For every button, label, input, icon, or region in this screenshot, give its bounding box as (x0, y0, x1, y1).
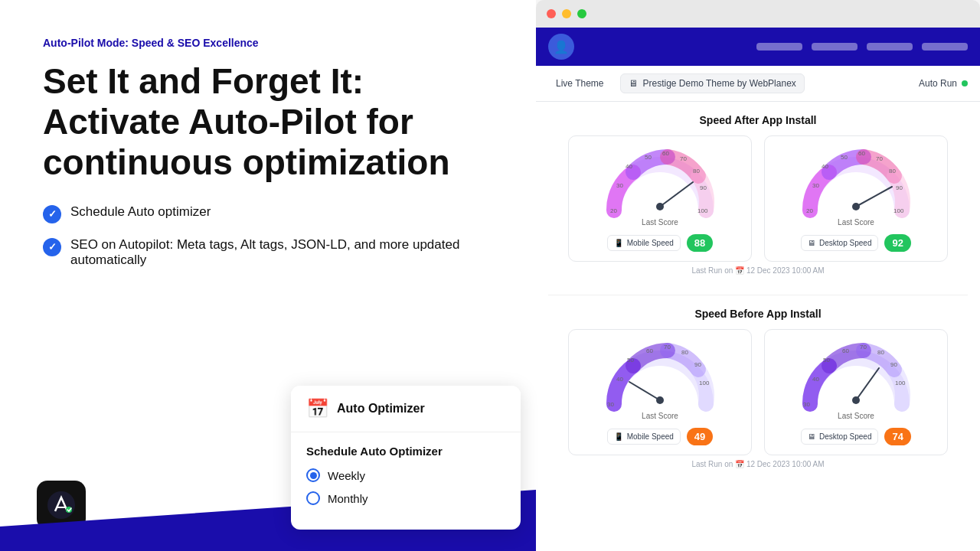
traffic-red[interactable] (547, 9, 556, 18)
svg-text:30: 30 (616, 182, 623, 189)
svg-text:40: 40 (626, 163, 632, 170)
radio-monthly[interactable]: Monthly (306, 491, 505, 505)
speed-after-gauges: 20 30 40 50 60 70 80 90 100 (551, 135, 965, 262)
svg-text:70: 70 (664, 344, 671, 350)
svg-line-32 (629, 382, 660, 400)
popup-card: 📅 Auto Optimizer Schedule Auto Optimizer… (291, 386, 521, 530)
desktop-icon: 🖥 (808, 239, 815, 247)
nav-bar-2 (812, 43, 858, 51)
speed-after-title: Speed After App Install (551, 114, 965, 126)
traffic-green-light[interactable] (577, 9, 586, 18)
nav-bar-3 (867, 43, 913, 51)
popup-header: 📅 Auto Optimizer (291, 386, 521, 432)
speed-before-title: Speed Before App Install (551, 308, 965, 320)
tab-bar: Live Theme 🖥 Prestige Demo Theme by WebP… (536, 66, 980, 102)
score-badge-mobile-before: 49 (687, 428, 713, 445)
popup-body: Schedule Auto Optimizer Weekly Monthly (291, 432, 521, 530)
speed-before-gauges: 30 40 50 60 70 80 90 100 (551, 329, 965, 455)
gauge-last-score-mobile-after: Last Score (642, 218, 678, 227)
last-run-after: Last Run on 📅 12 Dec 2023 10:00 AM (551, 262, 965, 282)
gauge-card-mobile-after: 20 30 40 50 60 70 80 90 100 (568, 135, 752, 262)
svg-text:70: 70 (876, 155, 883, 162)
svg-text:20: 20 (610, 207, 617, 214)
gauge-svg-desktop-before: 30 40 50 60 70 80 90 100 (799, 339, 913, 412)
svg-text:30: 30 (803, 401, 810, 408)
gauge-mobile-before: 30 40 50 60 70 80 90 100 (603, 339, 717, 412)
nav-bar-4 (922, 43, 968, 51)
tab-live-theme[interactable]: Live Theme (548, 74, 611, 93)
left-panel: Auto-Pilot Mode: Speed & SEO Excellence … (0, 0, 536, 551)
svg-point-23 (852, 203, 860, 210)
schedule-title: Schedule Auto Optimizer (306, 445, 505, 458)
auto-run-indicator (962, 80, 968, 86)
svg-text:20: 20 (806, 207, 813, 214)
browser-nav: 👤 (536, 28, 980, 66)
svg-text:90: 90 (700, 184, 707, 191)
score-badge-desktop-before: 74 (884, 428, 910, 445)
svg-text:60: 60 (842, 347, 849, 354)
svg-line-42 (856, 368, 879, 400)
last-run-before: Last Run on 📅 12 Dec 2023 10:00 AM (551, 455, 965, 476)
tab-prestige-theme[interactable]: 🖥 Prestige Demo Theme by WebPlanex (620, 73, 804, 93)
avatar: 👤 (548, 34, 574, 60)
auto-run-badge: Auto Run (919, 78, 968, 89)
traffic-yellow[interactable] (562, 9, 571, 18)
score-badge-desktop-after: 92 (884, 234, 910, 252)
svg-line-22 (856, 187, 892, 207)
gauge-last-score-desktop-after: Last Score (838, 218, 874, 227)
svg-text:100: 100 (895, 380, 906, 386)
browser-content: Live Theme 🖥 Prestige Demo Theme by WebP… (536, 66, 980, 551)
gauge-svg-desktop-after: 20 30 40 50 60 70 80 90 100 (799, 145, 913, 218)
svg-text:90: 90 (896, 184, 903, 191)
score-row-desktop-before: 🖥 Desktop Speed 74 (801, 428, 911, 445)
check-icon-1 (43, 205, 61, 223)
svg-point-43 (852, 396, 860, 404)
radio-circle-weekly[interactable] (306, 468, 320, 482)
checklist-text-1: Schedule Auto optimizer (70, 204, 211, 220)
radio-label-monthly: Monthly (328, 492, 368, 505)
gauge-last-score-mobile-before: Last Score (642, 412, 678, 420)
score-badge-mobile-after: 88 (687, 234, 713, 252)
svg-text:90: 90 (694, 361, 701, 368)
mobile-icon: 📱 (614, 239, 623, 247)
radio-label-weekly: Weekly (328, 469, 365, 482)
svg-line-11 (660, 182, 693, 207)
gauge-card-desktop-after: 20 30 40 50 60 70 80 90 100 (764, 135, 948, 262)
main-title: Set It and Forget It: Activate Auto-Pilo… (43, 61, 493, 183)
desktop-icon-before: 🖥 (808, 432, 815, 441)
svg-text:30: 30 (812, 182, 819, 189)
svg-point-12 (656, 203, 664, 210)
svg-point-33 (656, 396, 664, 404)
score-label-desktop-after: 🖥 Desktop Speed (801, 235, 878, 251)
svg-text:80: 80 (681, 349, 688, 356)
checklist-item-1: Schedule Auto optimizer (43, 204, 493, 223)
svg-text:90: 90 (890, 361, 897, 368)
svg-text:60: 60 (662, 150, 669, 157)
svg-text:50: 50 (823, 357, 830, 364)
svg-text:80: 80 (877, 349, 884, 356)
checklist-item-2: SEO on Autopilot: Meta tags, Alt tags, J… (43, 237, 493, 268)
svg-text:40: 40 (616, 376, 623, 383)
svg-text:70: 70 (860, 344, 867, 350)
svg-text:60: 60 (646, 347, 653, 354)
svg-text:70: 70 (680, 155, 687, 162)
popup-title: Auto Optimizer (337, 402, 425, 416)
svg-text:80: 80 (889, 168, 896, 174)
radio-weekly[interactable]: Weekly (306, 468, 505, 482)
browser-chrome (536, 0, 980, 28)
logo-icon (46, 490, 77, 520)
score-row-mobile-before: 📱 Mobile Speed 49 (607, 428, 714, 445)
right-panel: 👤 Live Theme 🖥 Prestige Demo Theme by We… (536, 0, 980, 551)
svg-text:50: 50 (841, 154, 848, 161)
speed-after-section: Speed After App Install (536, 102, 980, 295)
check-icon-2 (43, 238, 61, 256)
gauge-desktop-after: 20 30 40 50 60 70 80 90 100 (799, 145, 913, 218)
gauge-last-score-desktop-before: Last Score (838, 412, 874, 420)
svg-text:100: 100 (699, 380, 710, 386)
svg-text:80: 80 (693, 168, 700, 174)
speed-before-section: Speed Before App Install 30 40 50 (536, 295, 980, 488)
radio-circle-monthly[interactable] (306, 491, 320, 505)
svg-text:60: 60 (858, 150, 865, 157)
svg-text:100: 100 (893, 207, 904, 214)
svg-text:50: 50 (645, 154, 652, 161)
